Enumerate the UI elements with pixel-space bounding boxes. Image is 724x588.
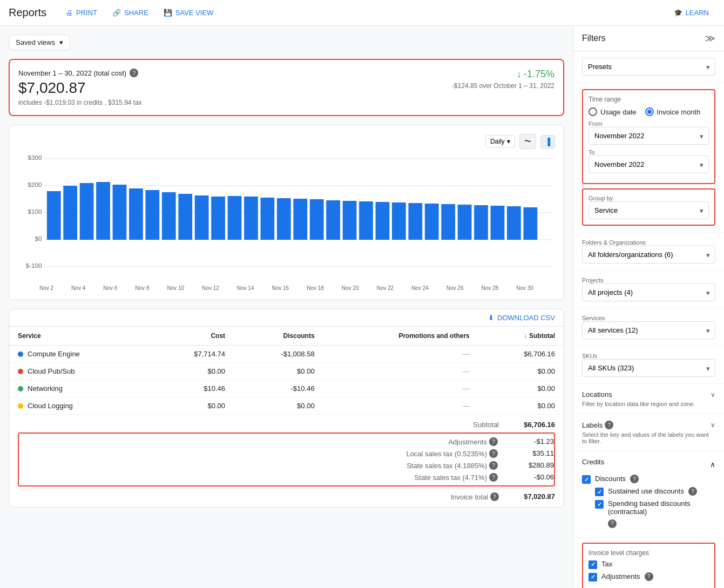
table-header-row: Service Cost Discounts Promotions and ot… [9,327,564,346]
service-dot [18,369,23,374]
usage-date-radio[interactable]: Usage date [588,107,637,116]
folders-orgs-select[interactable]: All folders/organizations (6) [582,246,715,263]
svg-rect-12 [80,183,94,240]
discounts-cell: -$1,008.58 [234,346,323,363]
content-area: Saved views ▾ November 1 – 30, 2022 (tot… [0,26,573,588]
labels-section: Labels ? ∨ Select the key and values of … [573,414,724,451]
chart-view-button[interactable]: Daily ▾ [485,135,515,148]
sustained-help-icon[interactable]: ? [688,487,697,496]
labels-help-icon[interactable]: ? [605,421,613,429]
summary-info-icon[interactable]: ? [130,69,138,77]
invoice-level-box: Invoice level charges ✓ Tax ✓ Adjustment… [582,543,715,589]
tax-checkbox: ✓ [588,560,597,569]
to-row: To November 2022 [588,149,709,173]
svg-rect-38 [507,206,521,240]
tax-checkbox-row[interactable]: ✓ Tax [588,560,709,569]
state-tax1-help-icon[interactable]: ? [489,461,498,470]
to-select[interactable]: November 2022 [588,156,709,173]
cost-cell: $0.00 [148,397,234,415]
folders-orgs-section: Folders & Organizations All folders/orga… [573,233,724,271]
download-icon: ⬇ [488,314,494,322]
spending-checkbox-row[interactable]: ✓ Spending based discounts (contractual) [595,499,715,516]
svg-rect-17 [162,192,176,240]
svg-text:$-100: $-100 [26,263,42,269]
invoice-total-help-icon[interactable]: ? [490,492,499,501]
saved-views-button[interactable]: Saved views ▾ [9,35,70,50]
labels-header[interactable]: Labels ? ∨ [582,421,715,429]
bar-chart-button[interactable]: ▐ [540,135,555,148]
subtotal-cell: $6,706.16 [478,346,564,363]
download-csv-button[interactable]: ⬇ DOWNLOAD CSV [488,314,555,322]
svg-rect-20 [211,197,225,240]
summary-title: November 1 – 30, 2022 (total cost) ? [18,69,142,77]
invoice-adjustments-help-icon[interactable]: ? [645,572,653,581]
service-dot [18,352,23,357]
locations-header[interactable]: Locations ∨ [582,390,715,398]
discounts-checkbox-row[interactable]: ✓ Discounts ? [582,475,715,484]
save-view-button[interactable]: 💾 SAVE VIEW [157,5,220,20]
highlighted-summary-rows: Adjustments ? -$1.23 Local sales tax (0.… [18,432,555,486]
sustained-checkbox-row[interactable]: ✓ Sustained use discounts ? [595,487,715,496]
filters-header: Filters ≫ [573,26,724,51]
line-chart-button[interactable]: 〜 [519,134,536,149]
state-tax2-help-icon[interactable]: ? [489,473,498,482]
discounts-help-icon[interactable]: ? [630,475,639,483]
svg-text:$100: $100 [28,209,42,215]
services-table: Service Cost Discounts Promotions and ot… [9,327,564,415]
service-column-header: Service [9,327,148,346]
spending-help-icon[interactable]: ? [608,519,617,528]
svg-rect-21 [228,196,242,240]
svg-rect-26 [310,199,324,240]
svg-text:$200: $200 [28,182,42,188]
table-row: Compute Engine $7,714.74 -$1,008.58 — $6… [9,346,564,363]
header-actions: 🖨 PRINT 🔗 SHARE 💾 SAVE VIEW [59,5,220,20]
print-button[interactable]: 🖨 PRINT [59,5,104,20]
time-range-section: Time range Usage date Invoice month From [573,83,724,233]
time-range-title: Time range [588,96,709,103]
learn-button[interactable]: 🎓 LEARN [667,5,715,20]
state-tax2-row: State sales tax (4.71%) ? -$0.06 [19,471,554,483]
invoice-adjustments-checkbox-row[interactable]: ✓ Adjustments ? [588,572,709,582]
skus-select[interactable]: All SKUs (323) [582,359,715,377]
services-select[interactable]: All services (12) [582,321,715,339]
chevron-down-icon: ▾ [507,138,510,145]
promotions-cell: — [323,397,478,415]
cost-cell: $10.46 [148,380,234,397]
invoice-month-radio[interactable]: Invoice month [645,107,701,116]
svg-rect-11 [63,186,77,240]
summary-left: November 1 – 30, 2022 (total cost) ? $7,… [18,69,142,106]
spending-checkbox: ✓ [595,500,604,509]
filters-collapse-button[interactable]: ≫ [705,32,715,44]
subtotal-column-header: ↓ Subtotal [478,327,564,346]
group-by-select[interactable]: Service [588,201,709,219]
local-tax-help-icon[interactable]: ? [489,449,498,458]
labels-title: Labels [582,421,603,429]
save-icon: 💾 [164,9,172,17]
chart-wrapper: $300 $200 $100 $0 $-100 [18,153,555,283]
subtotal-cell: $0.00 [478,397,564,415]
from-select[interactable]: November 2022 [588,127,709,145]
table-row: Networking $10.46 -$10.46 — $0.00 [9,380,564,397]
discounts-cell: $0.00 [234,397,323,415]
services-section: Services All services (12) [573,308,724,346]
group-by-select-wrapper: Service [588,201,709,219]
share-icon: 🔗 [112,9,121,17]
projects-select[interactable]: All projects (4) [582,283,715,301]
credits-title: Credits [582,458,604,466]
discounts-checkbox: ✓ [582,475,591,484]
adjustments-help-icon[interactable]: ? [489,437,498,446]
svg-rect-22 [244,197,258,240]
filters-panel: Filters ≫ Presets Time range Usage date [573,26,724,588]
svg-rect-25 [293,199,307,240]
svg-rect-16 [145,190,159,240]
service-cell: Cloud Pub/Sub [9,363,148,380]
presets-select[interactable]: Presets [582,58,715,76]
invoice-month-radio-circle [645,107,654,116]
adjustments-row: Adjustments ? -$1.23 [19,436,554,448]
sort-icon: ↓ [524,332,527,340]
summary-note: includes -$1,019.03 in credits , $315.94… [18,99,142,106]
share-button[interactable]: 🔗 SHARE [106,5,155,20]
locations-section: Locations ∨ Filter by location data like… [573,384,724,414]
learn-icon: 🎓 [674,9,682,17]
service-dot [18,403,23,409]
